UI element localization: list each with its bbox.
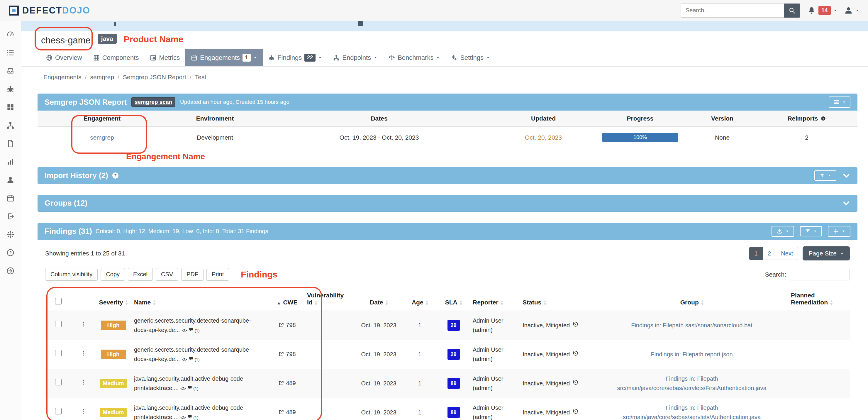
sidebar-item-components[interactable]	[0, 98, 21, 116]
col-header-severity[interactable]: Severity▴▾	[95, 290, 132, 311]
cwe-link[interactable]: 798	[278, 320, 296, 330]
sidebar-item-signout[interactable]	[0, 207, 21, 225]
report-meta: Updated an hour ago, Created 15 hours ag…	[180, 99, 289, 105]
table-search-input[interactable]	[790, 269, 850, 280]
column-visibility-button[interactable]: Column visibility	[45, 268, 98, 281]
finding-actions-menu[interactable]	[80, 379, 87, 385]
finding-name-link[interactable]: generic.secrets.security.detected-sonarq…	[134, 347, 251, 362]
sidebar-item-list[interactable]	[0, 43, 21, 62]
page-1-button[interactable]: 1	[749, 247, 763, 260]
col-header-planned-remediation[interactable]: Planned Remediation▴▾	[788, 290, 850, 311]
report-actions-button[interactable]	[829, 96, 850, 108]
finding-actions-menu[interactable]	[80, 321, 87, 327]
tab-overview[interactable]: Overview	[40, 49, 88, 66]
expand-groups-button[interactable]	[842, 199, 850, 207]
export-findings-button[interactable]	[772, 226, 794, 237]
next-page-button[interactable]: Next	[776, 247, 798, 260]
search-input[interactable]	[681, 3, 784, 18]
finding-group-link[interactable]: Findings in: Filepath report.json	[651, 351, 733, 358]
excel-button[interactable]: Excel	[128, 268, 153, 281]
tab-engagements[interactable]: Engagements1	[185, 49, 263, 66]
breadcrumb-item[interactable]: Semgrep JSON Report	[123, 73, 186, 81]
page-size-dropdown[interactable]: Page Size	[803, 246, 850, 261]
tab-findings[interactable]: Findings22	[263, 49, 328, 66]
copy-button[interactable]: Copy	[101, 268, 125, 281]
notifications-menu[interactable]: 14	[807, 6, 837, 15]
select-finding-checkbox[interactable]	[55, 408, 62, 414]
csv-button[interactable]: CSV	[156, 268, 178, 281]
select-finding-checkbox[interactable]	[55, 350, 62, 356]
cwe-link[interactable]: 798	[278, 349, 296, 359]
sidebar-item-calendar[interactable]	[0, 189, 21, 207]
history-icon[interactable]	[570, 351, 578, 356]
truncated-alert-strip	[21, 21, 868, 31]
finding-group-link[interactable]: Findings in: Filepathsrc/main/java/core/…	[623, 404, 761, 420]
help-icon: ?	[6, 249, 14, 257]
select-finding-checkbox[interactable]	[55, 379, 62, 385]
group-cell: Findings in: Filepath sast/sonar/sonarcl…	[595, 311, 788, 340]
col-header-age[interactable]: Age▴▾	[403, 290, 437, 311]
help-icon[interactable]: ?	[112, 172, 119, 179]
product-name[interactable]: chess-game	[41, 35, 91, 46]
col-header-cwe[interactable]: ▲CWE	[270, 290, 305, 311]
user-menu[interactable]	[844, 6, 859, 15]
sidebar-item-endpoints[interactable]	[0, 116, 21, 134]
breadcrumb-item[interactable]: Test	[195, 73, 207, 81]
help-icon[interactable]: ?	[819, 115, 826, 122]
finding-actions-menu[interactable]	[80, 350, 87, 356]
select-all-checkbox[interactable]	[55, 298, 62, 304]
summary-col-environment: Environment	[166, 111, 264, 127]
col-header-sla[interactable]: SLA▴▾	[437, 290, 470, 311]
breadcrumb-item[interactable]: semgrep	[90, 73, 114, 81]
tab-metrics[interactable]: Metrics	[144, 49, 185, 66]
finding-name-link[interactable]: java.lang.security.audit.active-debug-co…	[134, 404, 245, 420]
cwe-link[interactable]: 489	[278, 378, 296, 388]
search-button[interactable]	[784, 3, 800, 18]
sidebar-item-go[interactable]	[0, 262, 21, 280]
scan-type-badge[interactable]: semgrep scan	[131, 97, 175, 107]
findings-panel-header: Findings (31) Critical: 0, High: 12, Med…	[37, 223, 858, 240]
cwe-link[interactable]: 489	[278, 408, 296, 417]
col-header-name[interactable]: Name▴▾	[132, 290, 270, 311]
tab-settings[interactable]: Settings	[445, 49, 496, 66]
sidebar-item-dashboard[interactable]	[0, 25, 21, 43]
print-button[interactable]: Print	[207, 268, 229, 281]
expand-import-history-button[interactable]	[842, 172, 850, 180]
page-2-button[interactable]: 2	[763, 247, 776, 260]
column-label: CWE	[283, 299, 297, 306]
finding-name-link[interactable]: generic.secrets.security.detected-sonarq…	[134, 317, 251, 333]
sidebar-item-users[interactable]	[0, 171, 21, 189]
finding-actions-menu[interactable]	[80, 408, 87, 414]
sidebar-item-findings[interactable]	[0, 80, 21, 98]
filter-import-history-button[interactable]	[814, 171, 836, 181]
history-icon[interactable]	[570, 409, 578, 414]
defectdojo-logo[interactable]: DEFECTDOJO	[9, 5, 90, 16]
tab-benchmarks[interactable]: Benchmarks	[383, 49, 445, 66]
pdf-button[interactable]: PDF	[181, 268, 204, 281]
sidebar-item-inbox[interactable]	[0, 62, 21, 80]
sidebar-item-reports[interactable]	[0, 134, 21, 152]
col-header-reporter[interactable]: Reporter▴▾	[470, 290, 520, 311]
finding-name-link[interactable]: java.lang.security.audit.active-debug-co…	[134, 376, 245, 391]
select-finding-checkbox[interactable]	[55, 321, 62, 327]
sidebar-item-help[interactable]: ?	[0, 243, 21, 262]
date-cell: Oct. 19, 2023	[354, 369, 403, 398]
filter-findings-button[interactable]	[800, 226, 822, 236]
col-header-date[interactable]: Date▴▾	[354, 290, 403, 311]
finding-group-link[interactable]: Findings in: Filepath sast/sonar/sonarcl…	[631, 322, 752, 329]
tab-endpoints[interactable]: Endpoints	[328, 49, 383, 66]
col-header-status[interactable]: Status▴▾	[520, 290, 595, 311]
col-header-vulnerability-id[interactable]: Vulnerability Id▴▾	[305, 290, 354, 311]
sidebar-item-settings[interactable]	[0, 225, 21, 243]
finding-group-link[interactable]: Findings in: Filepathsrc/main/java/core/…	[617, 376, 766, 391]
add-finding-button[interactable]	[828, 226, 850, 237]
col-header-group[interactable]: Group▴▾	[595, 290, 788, 311]
breadcrumb-item[interactable]: Engagements	[43, 73, 82, 81]
date-cell: Oct. 19, 2023	[354, 340, 403, 369]
history-icon[interactable]	[570, 322, 578, 327]
file-icon	[6, 140, 14, 148]
tab-components[interactable]: Components	[88, 49, 145, 66]
history-icon[interactable]	[570, 380, 578, 385]
engagement-link[interactable]: semgrep	[90, 134, 114, 141]
sidebar-item-metrics[interactable]	[0, 152, 21, 171]
